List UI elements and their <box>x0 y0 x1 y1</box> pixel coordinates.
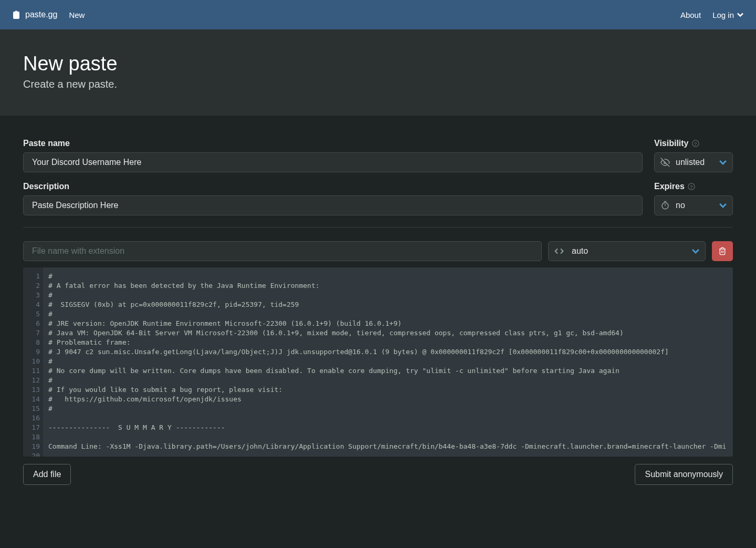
chevron-down-icon <box>719 203 727 208</box>
code-line: # <box>48 309 733 319</box>
code-line: # No core dump will be written. Core dum… <box>48 366 733 376</box>
code-icon <box>554 246 564 256</box>
main-container: Paste name Visibility ? unlisted Descrip… <box>0 116 756 508</box>
chevron-down-icon <box>737 13 743 17</box>
line-number: 5 <box>28 309 40 319</box>
page-title: New paste <box>23 53 733 75</box>
svg-text:?: ? <box>690 184 692 190</box>
code-content[interactable]: ## A fatal error has been detected by th… <box>43 267 733 457</box>
help-icon[interactable]: ? <box>688 183 695 190</box>
code-line: Command Line: -Xss1M -Djava.library.path… <box>48 442 733 451</box>
code-line: # <box>48 272 733 281</box>
line-number: 13 <box>28 385 40 395</box>
page-subtitle: Create a new paste. <box>23 78 733 90</box>
file-name-input[interactable] <box>23 241 542 261</box>
add-file-button[interactable]: Add file <box>23 464 71 485</box>
paste-name-group: Paste name <box>23 139 643 172</box>
line-number: 16 <box>28 413 40 423</box>
row-name-visibility: Paste name Visibility ? unlisted <box>23 139 733 172</box>
nav-login-label: Log in <box>712 11 734 19</box>
expires-select[interactable]: no <box>654 195 733 215</box>
expires-label: Expires ? <box>654 182 733 191</box>
clipboard-icon <box>13 11 20 19</box>
expires-group: Expires ? no <box>654 182 733 215</box>
brand-link[interactable]: paste.gg <box>13 10 57 19</box>
code-line: --------------- S U M M A R Y ----------… <box>48 423 733 432</box>
chevron-down-icon <box>719 160 727 165</box>
line-number: 10 <box>28 357 40 366</box>
line-gutter: 1234567891011121314151617181920 <box>23 267 43 457</box>
line-number: 6 <box>28 319 40 328</box>
code-line: # <box>48 404 733 413</box>
line-number: 19 <box>28 442 40 451</box>
file-row: auto <box>23 241 733 261</box>
line-number: 4 <box>28 300 40 309</box>
code-line: # Problematic frame: <box>48 338 733 347</box>
code-line: # https://github.com/microsoft/openjdk/i… <box>48 395 733 404</box>
actions-row: Add file Submit anonymously <box>23 464 733 485</box>
code-line: # J 9047 c2 sun.misc.Unsafe.getLong(Ljav… <box>48 347 733 357</box>
visibility-group: Visibility ? unlisted <box>654 139 733 172</box>
description-label-text: Description <box>23 182 69 191</box>
file-lang-value: auto <box>548 241 706 261</box>
paste-name-label-text: Paste name <box>23 139 70 148</box>
description-label: Description <box>23 182 643 191</box>
visibility-label-text: Visibility <box>654 139 689 148</box>
line-number: 3 <box>28 291 40 300</box>
eye-off-icon <box>660 158 670 167</box>
code-line: # A fatal error has been detected by the… <box>48 281 733 291</box>
stopwatch-icon <box>660 201 670 210</box>
code-editor[interactable]: 1234567891011121314151617181920 ## A fat… <box>23 267 733 457</box>
visibility-select[interactable]: unlisted <box>654 152 733 172</box>
line-number: 1 <box>28 272 40 281</box>
nav-login[interactable]: Log in <box>712 11 743 19</box>
brand-text: paste.gg <box>25 10 57 19</box>
help-icon[interactable]: ? <box>692 140 699 147</box>
code-line: # If you would like to submit a bug repo… <box>48 385 733 395</box>
submit-button[interactable]: Submit anonymously <box>635 464 733 485</box>
file-name-wrap <box>23 241 542 261</box>
description-input[interactable] <box>23 195 643 215</box>
nav-left: paste.gg New <box>13 10 85 19</box>
line-number: 18 <box>28 432 40 442</box>
delete-file-button[interactable] <box>712 241 733 261</box>
line-number: 9 <box>28 347 40 357</box>
code-line: # SIGSEGV (0xb) at pc=0x000000011f829c2f… <box>48 300 733 309</box>
divider <box>23 227 733 228</box>
expires-label-text: Expires <box>654 182 685 191</box>
line-number: 11 <box>28 366 40 376</box>
file-lang-select[interactable]: auto <box>548 241 706 261</box>
code-line: # <box>48 376 733 385</box>
line-number: 15 <box>28 404 40 413</box>
code-line <box>48 413 733 423</box>
row-desc-expires: Description Expires ? no <box>23 182 733 215</box>
code-line: # JRE version: OpenJDK Runtime Environme… <box>48 319 733 328</box>
chevron-down-icon <box>692 249 699 254</box>
navbar: paste.gg New About Log in <box>0 0 756 29</box>
line-number: 20 <box>28 451 40 457</box>
code-line: # <box>48 291 733 300</box>
line-number: 2 <box>28 281 40 291</box>
line-number: 14 <box>28 395 40 404</box>
hero: New paste Create a new paste. <box>0 29 756 116</box>
code-line <box>48 432 733 442</box>
line-number: 17 <box>28 423 40 432</box>
code-line: # Java VM: OpenJDK 64-Bit Server VM Micr… <box>48 328 733 338</box>
nav-new[interactable]: New <box>69 11 85 19</box>
svg-text:?: ? <box>694 141 697 147</box>
nav-about[interactable]: About <box>680 11 701 19</box>
trash-icon <box>718 246 727 256</box>
description-group: Description <box>23 182 643 215</box>
line-number: 7 <box>28 328 40 338</box>
line-number: 12 <box>28 376 40 385</box>
visibility-label: Visibility ? <box>654 139 733 148</box>
paste-name-label: Paste name <box>23 139 643 148</box>
line-number: 8 <box>28 338 40 347</box>
paste-name-input[interactable] <box>23 152 643 172</box>
code-line: # <box>48 357 733 366</box>
nav-right: About Log in <box>680 11 743 19</box>
code-line <box>48 451 733 457</box>
